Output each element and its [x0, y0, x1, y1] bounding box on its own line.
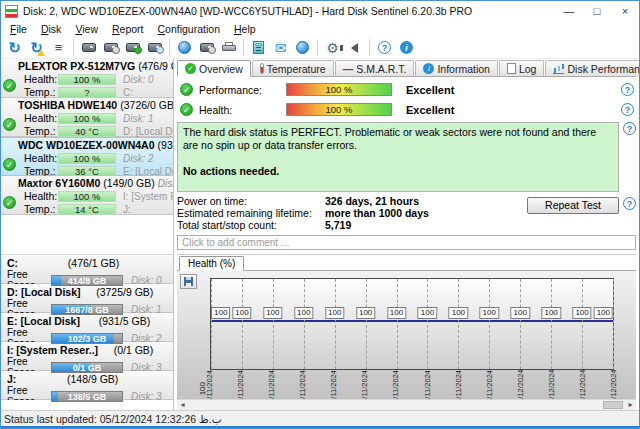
data-point-label: 100 — [263, 307, 282, 319]
send-email-icon[interactable]: ✉ — [270, 38, 291, 58]
disk-size: (931/5 GB) — [158, 139, 173, 151]
disk-tools-icon[interactable] — [196, 38, 217, 58]
toolbar-separator — [369, 39, 370, 56]
refresh-alert-icon[interactable]: ↻ — [26, 38, 47, 58]
disk-name: PLEXTOR PX-512M7VG — [18, 60, 135, 72]
menu-help[interactable]: Help — [227, 22, 263, 36]
disk-icon[interactable] — [78, 38, 99, 58]
data-point-label: 100 — [356, 307, 375, 319]
tab-information[interactable]: iInformation — [415, 60, 498, 76]
health-bar: 100 % — [58, 153, 116, 164]
stat-label: Total start/stop count: — [177, 219, 325, 231]
partition-card-i[interactable]: I: [System Reser..](0/1 GB) Free Space 0… — [1, 342, 173, 371]
chart-horizontal-scrollbar[interactable]: ◂ ▸ — [177, 399, 636, 410]
health-bar: 100 % — [58, 74, 116, 85]
comment-input[interactable] — [177, 235, 636, 250]
performance-help-icon[interactable]: ? — [621, 83, 634, 96]
toolbar-separator — [317, 39, 318, 56]
maximize-button[interactable]: □ — [583, 1, 611, 21]
disk-name: Maxtor 6Y160M0 — [18, 177, 100, 189]
disk-search-icon[interactable] — [144, 38, 165, 58]
free-space-bar: 414/8 GB — [51, 275, 123, 286]
tab-disk-performance[interactable]: Disk Performance — [545, 60, 640, 76]
close-button[interactable]: × — [611, 1, 639, 21]
health-label: Health: — [18, 152, 58, 164]
sounds-icon[interactable] — [344, 38, 365, 58]
chart-tab-health[interactable]: Health (%) — [179, 256, 244, 271]
overview-check-icon — [185, 63, 196, 74]
stat-label: Power on time: — [177, 195, 325, 207]
disk-ok-icon[interactable] — [122, 38, 143, 58]
partition-card-e[interactable]: E: [Local Disk](931/5 GB) Free Space 102… — [1, 313, 173, 342]
disk-clock-icon[interactable] — [100, 38, 121, 58]
information-icon[interactable]: i — [396, 38, 417, 58]
tab-smart[interactable]: —S.M.A.R.T. — [335, 60, 415, 76]
disk-number-label: Disk: 3 — [158, 178, 173, 189]
temp-bar: 36 °C — [58, 166, 116, 177]
menu-disk[interactable]: Disk — [34, 22, 68, 36]
disk-card-wdc-selected[interactable]: WDC WD10EZEX-00WN4A0 (931/5 GB) Health: … — [1, 137, 173, 176]
toolbar: ↻ ↻ ≡ ✉ ⚙ ? i — [1, 37, 639, 59]
help-icon[interactable]: ? — [374, 38, 395, 58]
refresh-icon[interactable]: ↻ — [4, 38, 25, 58]
partition-name: J: — [7, 373, 16, 385]
partition-size: (476/1 GB) — [18, 257, 169, 269]
menu-file[interactable]: File — [3, 22, 34, 36]
chart-plot: 1001001001001001001001001001001001001001… — [210, 278, 614, 370]
temp-label: Temp.: — [18, 86, 58, 98]
save-chart-button[interactable] — [180, 274, 197, 289]
sidebar: PLEXTOR PX-512M7VG (476/9 GB) Health: 10… — [1, 59, 174, 410]
tab-log[interactable]: Log — [499, 60, 545, 76]
repeat-test-help-icon[interactable]: ? — [623, 197, 636, 210]
scrollbar-thumb[interactable] — [603, 401, 623, 409]
disk-ok-status-icon — [1, 158, 18, 171]
disk-card-toshiba[interactable]: TOSHIBA HDWE140 (3726/0 GB) Health: 100 … — [1, 98, 173, 137]
partition-name: C: — [7, 257, 18, 269]
disk-card-plextor[interactable]: PLEXTOR PX-512M7VG (476/9 GB) Health: 10… — [1, 59, 173, 98]
printer-icon[interactable] — [218, 38, 239, 58]
disk-name: TOSHIBA HDWE140 — [18, 99, 117, 111]
minimize-button[interactable]: — — [555, 1, 583, 21]
partition-size: (0/1 GB) — [98, 344, 169, 356]
chart-icon — [553, 64, 564, 74]
toolbar-separator — [243, 39, 244, 56]
temp-bar: ? — [58, 87, 116, 98]
disk-card-maxtor[interactable]: Maxtor 6Y160M0 (149/0 GB) Disk: 3 Health… — [1, 176, 173, 215]
menu-view[interactable]: View — [68, 22, 105, 36]
data-point-label: 100 — [511, 307, 530, 319]
stat-value: more than 1000 days — [325, 207, 527, 219]
web-globe-icon[interactable] — [292, 38, 313, 58]
repeat-test-button[interactable]: Repeat Test — [527, 197, 619, 214]
menu-configuration[interactable]: Configuration — [151, 22, 227, 36]
partition-card-j[interactable]: J:(148/9 GB) Free Space 138/5 GB Disk: 3 — [1, 371, 173, 400]
partition-card-d[interactable]: D: [Local Disk](3725/9 GB) Free Space 16… — [1, 284, 173, 313]
stat-label: Estimated remaining lifetime: — [177, 207, 325, 219]
disk-ok-status-icon — [1, 196, 18, 209]
disk-ok-status-icon — [1, 79, 18, 92]
scroll-left-icon[interactable]: ◂ — [177, 400, 188, 410]
menu-bar: File Disk View Report Configuration Help — [1, 21, 639, 37]
network-globe-icon[interactable] — [174, 38, 195, 58]
status-help-icon[interactable]: ? — [623, 122, 636, 135]
stat-value: 5,719 — [325, 219, 527, 231]
health-ok-icon — [180, 103, 193, 116]
report-notebook-icon[interactable] — [248, 38, 269, 58]
drive-letter-label: E: [Local Disk] — [116, 166, 173, 177]
data-point-label: 100 — [594, 307, 613, 319]
health-line-series — [211, 320, 613, 322]
free-space-bar: 0/1 GB — [51, 362, 123, 373]
tab-overview[interactable]: Overview — [177, 60, 251, 77]
status-box-row: The hard disk status is PERFECT. Problem… — [177, 122, 636, 192]
scroll-right-icon[interactable]: ▸ — [625, 400, 636, 410]
partition-card-c[interactable]: C:(476/1 GB) Free Space 414/8 GB Disk: 0 — [1, 255, 173, 284]
disk-status-text-box: The hard disk status is PERFECT. Problem… — [177, 122, 619, 192]
data-point-label: 100 — [325, 307, 344, 319]
tab-temperature[interactable]: Temperature — [252, 60, 334, 76]
detect-disks-icon[interactable]: ≡ — [48, 38, 69, 58]
health-help-icon[interactable]: ? — [621, 103, 634, 116]
menu-report[interactable]: Report — [105, 22, 151, 36]
status-bar: Status last updated: 05/12/2024 12:32:26… — [1, 410, 639, 428]
status-text: The hard disk status is PERFECT. Problem… — [183, 126, 613, 152]
temp-label: Temp.: — [18, 125, 58, 137]
partition-size: (931/5 GB) — [80, 315, 169, 327]
